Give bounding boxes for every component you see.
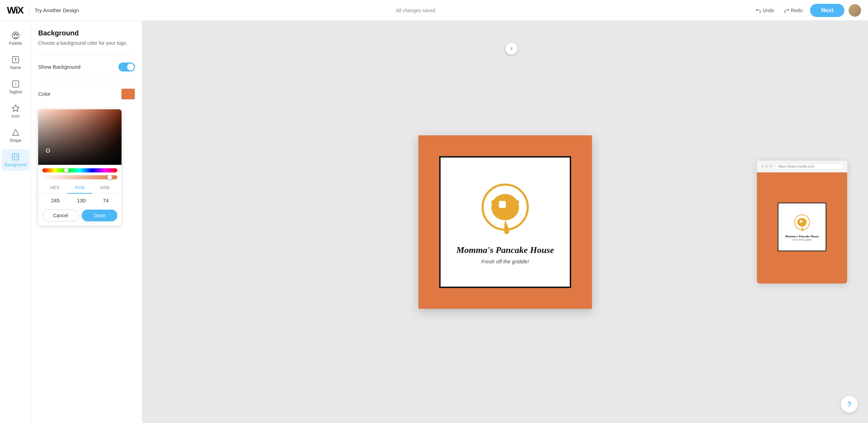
opacity-slider[interactable] [42,175,117,179]
palette-label: Palette [9,41,22,46]
svg-rect-17 [499,201,506,208]
sidebar-item-shape[interactable]: Shape [2,125,30,146]
browser-content: Momma's Pancake House Fresh off the grid… [757,172,847,284]
tab-rgb[interactable]: RGB [67,182,92,194]
r-value[interactable]: 245 [51,197,60,203]
hue-slider-wrapper [38,165,122,174]
redo-icon [784,8,790,13]
right-preview: https://www.mysite.com Momma's Pancake H… [757,161,847,284]
svg-text:T: T [15,83,17,86]
browser-logo-inner: Momma's Pancake House Fresh off the grid… [778,203,826,251]
svg-marker-8 [12,105,19,111]
show-background-toggle[interactable]: ✓ [118,62,135,71]
header-right: Undo Redo Next [752,4,861,17]
panel-divider-2 [38,80,135,80]
color-swatch[interactable] [121,88,135,100]
logo-name: Momma's Pancake House [456,245,554,255]
svg-point-1 [14,34,15,35]
avatar-image [849,4,861,17]
sidebar-item-name[interactable]: T Name [2,52,30,74]
r-value-group: 245 [51,197,60,203]
shape-label: Shape [9,138,22,143]
color-picker-popup: HEX RGB HSB 245 130 74 Cancel Done [38,109,122,226]
redo-button[interactable]: Redo [781,6,806,15]
color-tabs: HEX RGB HSB [38,182,122,194]
browser-logo-tag: Fresh off the griddle! [792,239,811,241]
browser-dot-2 [765,165,768,168]
next-button[interactable]: Next [810,4,844,17]
avatar[interactable] [849,4,861,17]
sidebar-item-tagline[interactable]: T Tagline [2,76,30,98]
help-button[interactable]: ? [841,396,858,413]
show-background-row: Show Background ✓ [38,60,135,74]
g-value-group: 130 [77,197,86,203]
logo-tagline: Fresh off the griddle! [481,259,529,264]
svg-rect-21 [800,220,802,222]
browser-logo-icon [792,213,812,234]
browser-mockup: https://www.mysite.com Momma's Pancake H… [757,161,847,284]
picker-actions: Cancel Done [38,207,122,226]
save-status: All changes saved [396,8,435,13]
sidebar-item-icon[interactable]: Icon [2,101,30,122]
hue-thumb [64,168,69,173]
done-button[interactable]: Done [82,210,117,221]
tagline-label: Tagline [9,90,22,94]
undo-label: Undo [762,8,774,13]
logo-card: Momma's Pancake House Fresh off the grid… [418,135,592,309]
name-label: Name [10,65,21,70]
spectrum-selector-dot [46,149,50,153]
name-icon: T [11,56,20,64]
show-background-label: Show Background [38,64,81,70]
browser-url: https://www.mysite.com [775,163,843,169]
hue-slider[interactable] [42,168,117,172]
chevron-right-icon [509,46,514,51]
shape-icon [11,128,20,137]
palette-icon [11,31,20,40]
color-spectrum[interactable] [38,109,122,165]
icon-label: Icon [11,114,19,119]
tab-hex[interactable]: HEX [42,182,67,194]
background-panel: Background Choose a background color for… [31,21,142,423]
browser-bar: https://www.mysite.com [757,161,847,172]
browser-dots [761,165,772,168]
cancel-button[interactable]: Cancel [42,210,79,221]
svg-point-2 [15,33,16,34]
color-row: Color [38,86,135,102]
background-label: Background [4,162,26,167]
browser-dot-3 [769,165,772,168]
undo-redo-group: Undo Redo [752,6,806,15]
header-divider [29,5,29,16]
main-layout: Palette T Name T Tagline Icon [0,21,868,423]
wix-logo: WiX [7,5,23,16]
undo-icon [756,8,761,13]
sidebar-item-palette[interactable]: Palette [2,28,30,49]
color-label: Color [38,91,51,97]
header: WiX Try Another Design All changes saved… [0,0,868,21]
header-left: WiX Try Another Design [7,5,79,16]
redo-label: Redo [791,8,802,13]
svg-point-3 [16,34,17,35]
next-arrow[interactable] [505,42,518,55]
svg-text:T: T [14,58,17,62]
opacity-thumb [107,175,112,180]
sidebar-item-background[interactable]: Background [2,149,30,171]
g-value[interactable]: 130 [77,197,86,203]
browser-dot-1 [761,165,764,168]
background-icon [11,153,20,161]
toggle-check-icon: ✓ [130,65,133,69]
canvas-area: Momma's Pancake House Fresh off the grid… [142,21,868,423]
try-another-design: Try Another Design [35,7,79,13]
sidebar-icons: Palette T Name T Tagline Icon [0,21,31,423]
b-value-group: 74 [103,197,109,203]
logo-inner: Momma's Pancake House Fresh off the grid… [439,156,571,288]
svg-rect-9 [12,154,19,160]
panel-description: Choose a background color for your logo. [38,40,135,47]
undo-button[interactable]: Undo [752,6,777,15]
browser-logo-name: Momma's Pancake House [785,235,819,238]
b-value[interactable]: 74 [103,197,109,203]
opacity-slider-wrapper [38,174,122,182]
panel-divider [38,54,135,54]
tab-hsb[interactable]: HSB [92,182,117,194]
tagline-icon: T [11,80,20,88]
color-values: 245 130 74 [38,194,122,207]
